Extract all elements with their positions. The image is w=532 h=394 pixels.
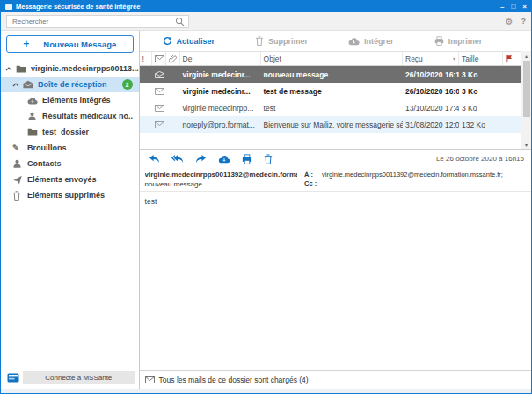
elements-supprimes-label: Eléments supprimés <box>27 191 105 200</box>
received-cell: 13/10/2020 17:43:.. <box>403 104 459 113</box>
message-list: ! De Objet Reçu ▾ <box>140 51 531 150</box>
printer-icon <box>434 36 444 46</box>
trash-icon <box>12 191 24 201</box>
inbox-icon <box>23 80 34 89</box>
integrate-message-button[interactable] <box>218 155 230 164</box>
refresh-icon <box>163 36 172 46</box>
subject-cell: test de message <box>261 87 403 96</box>
sort-caret-icon: ▾ <box>453 55 455 62</box>
new-message-label: Nouveau Message <box>43 40 116 49</box>
resultats-medicaux-label: Résultats médicaux no.. <box>42 112 133 120</box>
print-button[interactable]: Imprimer <box>434 36 483 46</box>
test-dossier-label: test_dossier <box>42 128 89 136</box>
cc-label: Cc : <box>304 179 318 188</box>
message-subject: nouveau message <box>145 180 297 188</box>
scrollbar-thumb[interactable] <box>523 61 530 117</box>
contacts-label: Contacts <box>27 159 62 168</box>
to-value: virginie.medecinrpps0011392@medecin.form… <box>322 171 524 179</box>
elements-envoyes-label: Eléments envoyés <box>27 175 97 184</box>
sidebar-item-elements-supprimes[interactable]: Eléments supprimés <box>1 187 139 203</box>
list-scrollbar[interactable]: ▴ ▾ <box>521 51 531 149</box>
from-cell: virginie medecinr... <box>180 70 261 79</box>
mail-open-icon <box>152 71 166 78</box>
column-subject[interactable]: Objet <box>261 52 403 65</box>
column-from[interactable]: De <box>180 52 261 65</box>
window-title: Messagerie sécurisée de santé intégrée <box>16 3 500 11</box>
sidebar-item-elements-integres[interactable]: Eléments intégrés <box>1 92 139 108</box>
scroll-up-button[interactable]: ▴ <box>521 51 531 60</box>
column-flag[interactable] <box>503 52 521 65</box>
mail-toolbar: Actualiser Supprimer Intégrer <box>140 31 531 51</box>
size-cell: 3 Ko <box>459 70 503 79</box>
chevron-up-icon[interactable] <box>12 83 19 87</box>
message-row[interactable]: virginie medecinr... test de message 26/… <box>140 83 531 99</box>
mssante-window-icon <box>7 373 19 383</box>
reading-toolbar: Le 26 octobre 2020 à 16h15 <box>140 150 531 168</box>
column-attachment[interactable] <box>166 52 180 65</box>
content-pane: Actualiser Supprimer Intégrer <box>139 31 531 389</box>
connection-status-button[interactable]: Connecté à MSSanté <box>23 371 135 384</box>
reply-button[interactable] <box>149 154 160 164</box>
cc-value <box>322 179 524 188</box>
from-cell: virginie medecinr... <box>180 87 261 96</box>
folder-icon <box>27 128 39 136</box>
message-body: test <box>140 192 531 370</box>
elements-integres-label: Eléments intégrés <box>42 96 111 105</box>
sidebar-item-contacts[interactable]: Contacts <box>1 156 139 171</box>
sidebar-item-account[interactable]: virginie.medecinrpps00113... <box>1 61 139 77</box>
column-importance[interactable]: ! <box>140 52 152 65</box>
minimize-button[interactable]: – <box>500 4 504 11</box>
message-row[interactable]: virginie medecinr... nouveau message 26/… <box>140 66 531 83</box>
search-bar: ⚙ ? <box>1 12 531 31</box>
scroll-down-button[interactable]: ▾ <box>521 140 531 149</box>
account-folder-label: virginie.medecinrpps00113... <box>31 64 139 73</box>
envelope-icon <box>152 121 166 128</box>
message-date: Le 26 octobre 2020 à 16h15 <box>436 155 524 163</box>
received-cell: 26/10/2020 16:07.. <box>403 87 459 96</box>
contacts-person-icon <box>12 159 24 169</box>
close-button[interactable]: × <box>522 4 527 11</box>
from-cell: virginie medecinrpp... <box>180 104 261 113</box>
maximize-button[interactable]: □ <box>511 4 515 11</box>
received-cell: 26/10/2020 16:15.. <box>403 70 459 79</box>
sidebar-item-elements-envoyes[interactable]: Eléments envoyés <box>1 171 139 187</box>
cloud-download-icon <box>348 37 360 46</box>
column-received[interactable]: Reçu ▾ <box>403 52 459 65</box>
sender-address: virginie.medecinrpps0011392@medecin.form… <box>145 171 297 179</box>
unread-count-badge: 2 <box>122 79 133 90</box>
message-row[interactable]: virginie medecinrpp... test 13/10/2020 1… <box>140 99 531 116</box>
sidebar-item-test-dossier[interactable]: test_dossier <box>1 124 139 140</box>
integrate-button[interactable]: Intégrer <box>348 37 394 46</box>
delete-button[interactable]: Supprimer <box>255 36 308 46</box>
search-icon[interactable] <box>175 17 185 26</box>
chevron-up-icon[interactable] <box>5 67 12 71</box>
flag-icon <box>506 55 514 63</box>
reply-all-button[interactable] <box>171 154 184 164</box>
sidebar: + Nouveau Message virginie.medecinrpps00… <box>1 31 139 389</box>
print-message-button[interactable] <box>242 154 252 164</box>
size-cell: 132 Ko <box>459 120 503 129</box>
message-row[interactable]: noreply@pro.format... Bienvenue sur Mail… <box>140 116 531 133</box>
paperclip-icon <box>169 55 177 63</box>
forward-button[interactable] <box>195 154 207 164</box>
brouillons-label: Brouillons <box>27 143 67 152</box>
send-plane-icon <box>12 175 24 185</box>
delete-message-button[interactable] <box>264 154 273 164</box>
sidebar-item-inbox[interactable]: Boîte de réception 2 <box>1 77 139 92</box>
subject-cell: nouveau message <box>261 70 403 79</box>
to-label: À : <box>304 171 318 179</box>
folder-icon <box>16 65 27 73</box>
column-mail-state[interactable] <box>152 52 166 65</box>
column-size[interactable]: Taille <box>459 52 503 65</box>
window-footer <box>1 389 531 393</box>
sidebar-item-brouillons[interactable]: ✎ Brouillons <box>1 140 139 156</box>
refresh-button[interactable]: Actualiser <box>163 36 215 46</box>
search-input[interactable] <box>11 17 175 26</box>
new-message-button[interactable]: + Nouveau Message <box>6 35 134 53</box>
size-cell: 3 Ko <box>459 104 503 113</box>
settings-gear-icon[interactable]: ⚙ <box>506 17 514 26</box>
size-cell: 3 Ko <box>459 87 503 96</box>
help-icon[interactable]: ? <box>521 17 527 26</box>
sidebar-item-resultats-medicaux[interactable]: Résultats médicaux no.. <box>1 108 139 124</box>
search-box[interactable] <box>6 15 189 28</box>
